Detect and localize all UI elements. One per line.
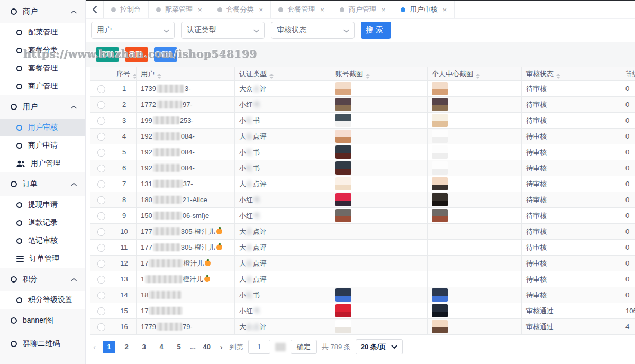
chevron-up-icon[interactable] (71, 10, 77, 14)
page-button[interactable]: 4 (155, 341, 168, 353)
sidebar-item-combo-manage[interactable]: 套餐管理 (0, 59, 85, 77)
screenshot-thumbnail[interactable] (335, 82, 351, 95)
sidebar-item-order-manage[interactable]: 订单管理 (0, 250, 85, 268)
sidebar-item-dish-manage[interactable]: 配菜管理 (0, 23, 85, 41)
close-icon[interactable]: × (382, 6, 386, 14)
tab-user-audit[interactable]: 用户审核× (393, 1, 455, 18)
sidebar-item-points-level[interactable]: 积分等级设置 (0, 291, 85, 309)
screenshot-thumbnail[interactable] (335, 114, 351, 127)
chevron-up-icon[interactable] (71, 105, 77, 109)
row-radio[interactable] (97, 149, 105, 157)
screenshot-thumbnail[interactable] (432, 98, 448, 111)
chevron-up-icon[interactable] (71, 183, 77, 186)
screenshot-thumbnail[interactable] (335, 209, 351, 222)
screenshot-thumbnail[interactable] (432, 177, 448, 190)
tab-merchant-manage[interactable]: 商户管理× (332, 1, 394, 18)
screenshot-thumbnail[interactable] (432, 288, 448, 302)
tabs-scroll-left-button[interactable] (86, 1, 104, 18)
screenshot-thumbnail[interactable] (432, 193, 448, 206)
screenshot-thumbnail[interactable] (335, 130, 351, 143)
row-radio[interactable] (97, 180, 105, 188)
page-button[interactable]: 40 (201, 341, 213, 353)
page-button[interactable]: 1 (103, 341, 115, 353)
page-button[interactable]: 3 (138, 341, 150, 353)
sidebar-item-user-audit[interactable]: 用户审核 (0, 119, 85, 136)
sidebar-item-order[interactable]: 订单 (0, 172, 85, 196)
close-icon[interactable]: × (259, 6, 264, 14)
sort-icon[interactable] (366, 74, 370, 79)
sort-icon[interactable] (157, 74, 161, 79)
row-radio[interactable] (97, 276, 105, 284)
chevron-up-icon[interactable] (71, 278, 77, 281)
edit-button[interactable]: 编辑 (154, 47, 177, 62)
sidebar-item-merchant-manage[interactable]: 商户管理 (0, 77, 85, 95)
close-icon[interactable]: × (198, 6, 202, 14)
sort-icon[interactable] (476, 74, 480, 79)
goto-page-input[interactable] (248, 340, 270, 354)
row-radio[interactable] (97, 212, 105, 220)
row-radio[interactable] (97, 292, 105, 299)
tab-combo-category[interactable]: 套餐分类× (210, 1, 271, 18)
row-radio[interactable] (97, 85, 105, 93)
row-radio[interactable] (97, 307, 105, 315)
delete-button[interactable]: 删除 (125, 47, 148, 62)
column-header[interactable]: 序号 (112, 67, 137, 81)
sidebar-item-merchant-apply[interactable]: 商户申请 (0, 136, 85, 154)
sidebar-item-refund-record[interactable]: 退款记录 (0, 214, 85, 232)
sidebar-item-group-qrcode[interactable]: 群聊二维码 (0, 332, 85, 356)
page-button[interactable]: 2 (120, 341, 133, 353)
row-radio[interactable] (97, 228, 105, 236)
column-header[interactable]: 用户 (137, 67, 235, 81)
search-button[interactable]: 搜索 (361, 22, 391, 39)
sidebar-item-user[interactable]: 用户 (0, 95, 85, 119)
column-header[interactable]: 个人中心截图 (428, 67, 522, 81)
sidebar-item-combo-category[interactable]: 套餐分类 (0, 41, 85, 59)
screenshot-thumbnail[interactable] (432, 114, 448, 127)
user-select[interactable]: 用户 (91, 22, 175, 39)
page-button[interactable]: 5 (173, 341, 185, 353)
add-button[interactable]: 添加 (96, 47, 119, 62)
screenshot-thumbnail[interactable] (432, 209, 448, 222)
column-header[interactable]: 等级 (621, 67, 635, 81)
screenshot-thumbnail[interactable] (335, 177, 351, 190)
sidebar-item-points[interactable]: 积分 (0, 268, 85, 291)
column-header[interactable]: 认证类型 (235, 67, 331, 81)
screenshot-thumbnail[interactable] (432, 161, 448, 175)
audit-status-select[interactable]: 审核状态 (271, 22, 355, 39)
screenshot-thumbnail[interactable] (432, 82, 448, 95)
sort-icon[interactable] (133, 74, 137, 79)
row-radio[interactable] (97, 244, 105, 252)
tab-dish-manage[interactable]: 配菜管理× (149, 1, 210, 18)
close-icon[interactable]: × (442, 6, 447, 14)
screenshot-thumbnail[interactable] (335, 304, 351, 317)
row-radio[interactable] (97, 165, 105, 172)
column-header[interactable]: 账号截图 (331, 67, 428, 81)
screenshot-thumbnail[interactable] (335, 320, 351, 333)
screenshot-thumbnail[interactable] (432, 320, 448, 333)
screenshot-thumbnail[interactable] (335, 145, 351, 159)
sidebar-item-note-audit[interactable]: 笔记审核 (0, 232, 85, 250)
sidebar-item-user-manage[interactable]: 用户管理 (0, 154, 85, 172)
auth-type-select[interactable]: 认证类型 (181, 22, 265, 39)
row-radio[interactable] (97, 133, 105, 141)
column-header[interactable]: 审核状态 (522, 67, 621, 81)
tab-combo-manage[interactable]: 套餐管理× (271, 1, 332, 18)
screenshot-thumbnail[interactable] (335, 193, 351, 206)
screenshot-thumbnail[interactable] (432, 145, 448, 159)
screenshot-thumbnail[interactable] (335, 161, 351, 175)
sidebar-item-withdraw-apply[interactable]: 提现申请 (0, 196, 85, 214)
row-radio[interactable] (97, 101, 105, 109)
close-icon[interactable]: × (320, 6, 324, 14)
next-page-button[interactable]: › (218, 342, 225, 351)
per-page-select[interactable]: 20 条/页 (356, 339, 403, 354)
sort-icon[interactable] (556, 74, 560, 79)
screenshot-thumbnail[interactable] (432, 304, 448, 317)
row-radio[interactable] (97, 260, 105, 268)
sort-icon[interactable] (269, 74, 274, 79)
confirm-button[interactable]: 确定 (291, 340, 317, 354)
screenshot-thumbnail[interactable] (335, 98, 351, 111)
prev-page-button[interactable]: ‹ (91, 342, 98, 351)
tab-console[interactable]: 控制台 (104, 1, 149, 18)
row-radio[interactable] (97, 196, 105, 204)
sidebar-item-merchant[interactable]: 商户 (0, 0, 85, 23)
